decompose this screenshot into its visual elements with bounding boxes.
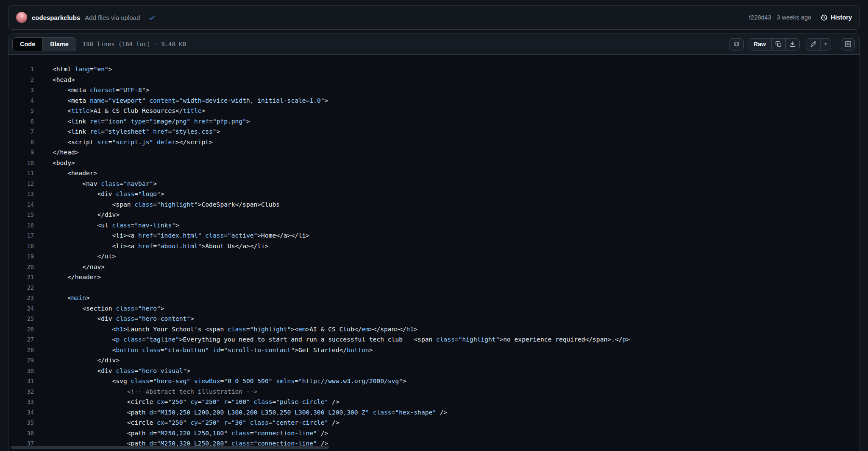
code-line: 1<html lang="en">: [8, 64, 860, 75]
line-number[interactable]: 7: [8, 126, 34, 137]
code-line: 8 <script src="script.js" defer></script…: [8, 137, 860, 148]
code-text: <ul class="nav-links">: [34, 221, 179, 229]
code-line: 11 <header>: [8, 168, 860, 179]
code-line: 16 <ul class="nav-links">: [8, 220, 860, 231]
line-number[interactable]: 38: [8, 449, 34, 451]
line-number[interactable]: 31: [8, 376, 34, 387]
line-number[interactable]: 16: [8, 220, 34, 231]
chevron-down-icon: [823, 42, 828, 47]
line-number[interactable]: 36: [8, 428, 34, 439]
code-line: 26 <h1>Launch Your School's <span class=…: [8, 324, 860, 335]
copilot-icon: [733, 41, 740, 48]
status-check-icon[interactable]: [148, 14, 156, 21]
repo-avatar[interactable]: [16, 12, 27, 23]
code-text: <circle cx="250" cy="250" r="30" class="…: [34, 419, 339, 426]
symbols-panel-button[interactable]: [841, 38, 855, 50]
line-number[interactable]: 17: [8, 230, 34, 241]
code-text: <section class="hero">: [34, 305, 164, 312]
line-number[interactable]: 34: [8, 407, 34, 418]
commit-hash-time[interactable]: f228d43 · 3 weeks ago: [749, 14, 811, 21]
line-number[interactable]: 12: [8, 179, 34, 189]
line-number[interactable]: 4: [8, 95, 34, 106]
code-line: 9</head>: [8, 147, 860, 158]
tab-blame[interactable]: Blame: [42, 38, 76, 51]
code-text: <h1>Launch Your School's <span class="hi…: [34, 325, 417, 333]
line-number[interactable]: 22: [8, 283, 34, 293]
line-number[interactable]: 14: [8, 199, 34, 210]
download-button[interactable]: [785, 39, 799, 50]
code-text: <head>: [34, 76, 75, 83]
history-label: History: [831, 14, 852, 21]
code-line: 5 <title>AI & CS Club Resources</title>: [8, 106, 860, 116]
repo-name[interactable]: codesparkclubs: [32, 14, 80, 21]
pencil-icon: [810, 41, 817, 48]
code-line: 23 <main>: [8, 293, 860, 303]
edit-button[interactable]: [806, 39, 820, 50]
code-line: 28 <button class="cta-button" id="scroll…: [8, 345, 860, 356]
code-text: <title>AI & CS Club Resources</title>: [34, 107, 205, 114]
line-number[interactable]: 2: [8, 75, 34, 85]
code-line: 25 <div class="hero-content">: [8, 314, 860, 324]
download-icon: [789, 41, 796, 48]
clock-history-icon: [821, 14, 828, 21]
line-number[interactable]: 26: [8, 324, 34, 335]
code-line: 13 <div class="logo">: [8, 189, 860, 199]
line-number[interactable]: 20: [8, 262, 34, 272]
code-line: 17 <li><a href="index.html" class="activ…: [8, 230, 860, 241]
line-number[interactable]: 1: [8, 64, 34, 75]
code-text: <button class="cta-button" id="scroll-to…: [34, 346, 373, 353]
line-number[interactable]: 6: [8, 116, 34, 127]
line-number[interactable]: 25: [8, 314, 34, 324]
horizontal-scrollbar[interactable]: [11, 446, 329, 449]
line-number[interactable]: 18: [8, 241, 34, 252]
line-number[interactable]: 29: [8, 355, 34, 366]
copilot-button[interactable]: [729, 38, 744, 50]
file-meta: 190 lines (184 loc) · 9.48 KB: [83, 41, 186, 48]
code-lines: 1<html lang="en">2<head>3 <meta charset=…: [8, 55, 860, 451]
code-line: 35 <circle cx="250" cy="250" r="30" clas…: [8, 417, 860, 428]
line-number[interactable]: 33: [8, 397, 34, 407]
line-number[interactable]: 8: [8, 137, 34, 148]
history-button[interactable]: History: [821, 14, 852, 21]
code-text: </nav>: [34, 263, 105, 270]
line-number[interactable]: 21: [8, 272, 34, 283]
code-text: <circle cx="250" cy="250" r="100" class=…: [34, 398, 339, 405]
code-line: 24 <section class="hero">: [8, 303, 860, 314]
code-text: <svg class="hero-svg" viewBox="0 0 500 5…: [34, 377, 406, 384]
copy-icon: [775, 41, 782, 48]
line-number[interactable]: 30: [8, 366, 34, 376]
copy-button[interactable]: [771, 39, 785, 50]
raw-button[interactable]: Raw: [748, 39, 771, 50]
line-number[interactable]: 10: [8, 158, 34, 168]
line-number[interactable]: 23: [8, 293, 34, 303]
code-line: 10<body>: [8, 158, 860, 168]
code-symbols-icon: [845, 41, 851, 48]
line-number[interactable]: 32: [8, 387, 34, 397]
code-line: 14 <span class="highlight">CodeSpark</sp…: [8, 199, 860, 210]
line-number[interactable]: 15: [8, 210, 34, 220]
code-line: 12 <nav class="navbar">: [8, 179, 860, 189]
commit-bar: codesparkclubs Add files via upload f228…: [8, 5, 860, 30]
code-line: 19 </ul>: [8, 251, 860, 262]
line-number[interactable]: 24: [8, 303, 34, 314]
file-view: Code Blame 190 lines (184 loc) · 9.48 KB…: [8, 34, 860, 451]
line-number[interactable]: 28: [8, 345, 34, 356]
line-number[interactable]: 27: [8, 334, 34, 345]
line-number[interactable]: 11: [8, 168, 34, 179]
code-line: 32 <!-- Abstract tech illustration -->: [8, 387, 860, 397]
code-line: 15 </div>: [8, 210, 860, 220]
commit-message[interactable]: Add files via upload: [85, 14, 140, 21]
line-number[interactable]: 9: [8, 147, 34, 158]
code-text: <div class="hero-visual">: [34, 367, 190, 374]
edit-dropdown-button[interactable]: [820, 39, 831, 50]
line-number[interactable]: 5: [8, 106, 34, 116]
line-number[interactable]: 13: [8, 189, 34, 199]
code-text: <p class="tagline">Everything you need t…: [34, 336, 630, 343]
code-text: <script src="script.js" defer></script>: [34, 138, 213, 146]
tab-code[interactable]: Code: [13, 38, 42, 51]
line-number[interactable]: 3: [8, 85, 34, 95]
code-text: <nav class="navbar">: [34, 180, 157, 187]
line-number[interactable]: 19: [8, 251, 34, 262]
line-number[interactable]: 35: [8, 417, 34, 428]
code-line: 36 <path d="M250,220 L250,180" class="co…: [8, 428, 860, 439]
